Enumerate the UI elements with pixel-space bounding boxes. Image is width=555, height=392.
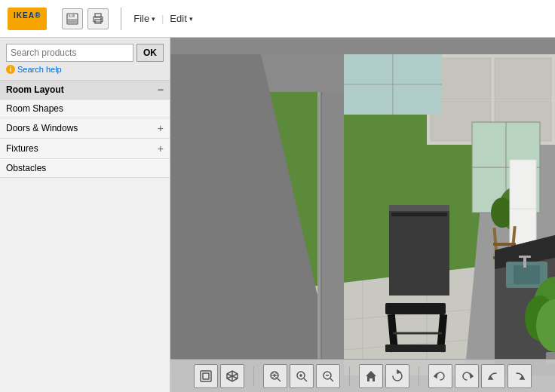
navigation-group [359,364,409,388]
svg-line-77 [330,378,333,381]
doors-windows-item[interactable]: Doors & Windows + [0,118,170,139]
svg-rect-46 [385,345,446,352]
search-area: OK i Search help [0,38,170,81]
room-shapes-item[interactable]: Room Shapes [0,100,170,118]
rotate-cw-button[interactable] [385,364,409,388]
doors-windows-plus: + [158,122,164,134]
file-menu[interactable]: File ▾ [133,13,155,24]
print-button[interactable] [87,8,109,29]
search-help-label: Search help [17,65,62,74]
redo-button[interactable] [455,364,479,388]
minimize-button[interactable]: − [158,84,164,95]
logo-text: IKEA [14,11,35,19]
svg-line-73 [304,378,307,381]
svg-rect-41 [389,205,449,211]
top-bar: IKEA® File ▾ | [0,0,555,38]
edit-menu-label: Edit [170,13,186,24]
room-layout-section: Room Layout − Room Shapes Doors & Window… [0,81,170,392]
menu-bar: File ▾ | Edit ▾ [133,13,192,24]
svg-rect-31 [321,92,344,378]
undo-redo-group [428,364,532,388]
sidebar: OK i Search help Room Layout − Room Shap… [0,38,170,392]
save-button[interactable] [62,8,83,29]
svg-point-7 [100,18,102,20]
svg-rect-61 [201,371,211,381]
ikea-logo: IKEA® [8,8,47,30]
room-layout-title: Room Layout [6,84,64,95]
zoom-out-button[interactable] [316,364,340,388]
svg-marker-83 [489,376,492,379]
canvas-area[interactable] [170,38,555,392]
rotate-left-button[interactable] [481,364,505,388]
undo-button[interactable] [428,364,452,388]
search-help-link[interactable]: i Search help [6,65,164,74]
toolbar-icons [62,8,109,29]
edit-menu-arrow: ▾ [189,15,193,23]
svg-rect-52 [523,256,526,268]
toolbar-divider [121,8,121,30]
obstacles-item[interactable]: Obstacles [0,159,170,178]
svg-rect-42 [391,213,447,216]
edit-menu[interactable]: Edit ▾ [170,13,192,24]
svg-rect-43 [385,303,446,314]
svg-rect-51 [514,265,540,284]
rotate-right-button[interactable] [507,364,532,388]
toolbar-sep-2 [349,366,350,386]
2d-view-button[interactable] [194,364,218,388]
svg-rect-2 [70,14,72,17]
toolbar-sep-3 [419,366,419,386]
svg-marker-81 [434,374,437,378]
svg-marker-79 [366,371,376,381]
zoom-in-button[interactable] [290,364,314,388]
home-button[interactable] [359,364,383,388]
svg-rect-62 [203,373,209,379]
doors-windows-label: Doors & Windows [6,123,78,133]
3d-view-button[interactable] [220,364,244,388]
room-shapes-label: Room Shapes [6,103,63,114]
room-scene [170,38,555,392]
obstacles-label: Obstacles [6,163,46,173]
svg-line-68 [278,378,281,381]
search-input[interactable] [6,44,133,62]
fixtures-plus: + [158,142,164,155]
svg-rect-3 [68,19,77,23]
zoom-fit-button[interactable] [263,364,287,388]
bottom-toolbar [170,359,555,392]
fixtures-item[interactable]: Fixtures + [0,139,170,159]
toolbar-sep-1 [253,366,254,386]
zoom-group [263,364,340,388]
svg-rect-40 [389,205,449,296]
svg-rect-38 [493,243,516,246]
search-ok-button[interactable]: OK [136,44,164,62]
svg-marker-82 [471,374,473,378]
room-layout-header: Room Layout − [0,81,170,100]
svg-marker-80 [397,370,400,373]
svg-rect-22 [495,58,551,100]
fixtures-label: Fixtures [6,143,38,154]
svg-rect-53 [519,256,531,258]
help-icon: i [6,65,15,74]
svg-rect-32 [317,92,321,378]
file-menu-arrow: ▾ [152,15,155,23]
search-row: OK [6,44,164,62]
file-menu-label: File [133,13,149,24]
main-area: OK i Search help Room Layout − Room Shap… [0,38,555,392]
view-mode-group [194,364,244,388]
svg-marker-84 [520,376,524,379]
logo-trademark: ® [35,11,41,19]
